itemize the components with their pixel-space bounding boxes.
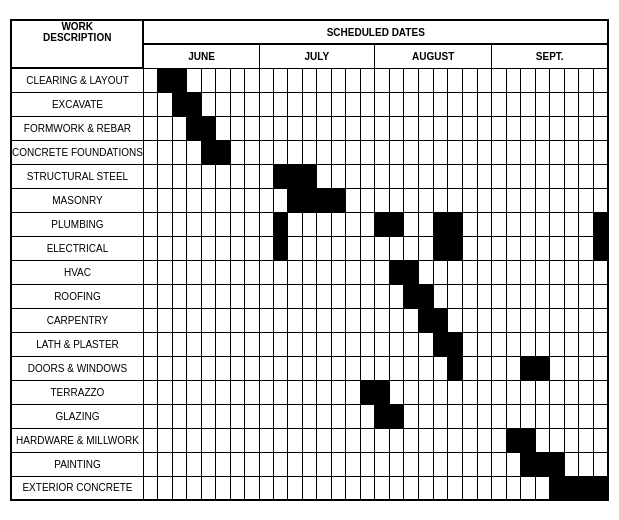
grid-cell bbox=[419, 164, 434, 188]
grid-cell bbox=[230, 356, 244, 380]
grid-cell bbox=[579, 140, 593, 164]
grid-cell bbox=[477, 92, 492, 116]
grid-cell bbox=[389, 476, 404, 500]
work-desc-cell: FORMWORK & REBAR bbox=[11, 116, 143, 140]
grid-cell bbox=[302, 236, 316, 260]
grid-cell bbox=[593, 284, 608, 308]
grid-cell bbox=[346, 140, 360, 164]
grid-cell bbox=[448, 308, 463, 332]
work-desc-cell: TERRAZZO bbox=[11, 380, 143, 404]
grid-cell bbox=[389, 332, 404, 356]
grid-cell bbox=[245, 92, 259, 116]
grid-cell bbox=[550, 68, 564, 92]
grid-cell bbox=[172, 284, 186, 308]
grid-cell bbox=[360, 212, 374, 236]
grid-cell bbox=[535, 236, 549, 260]
grid-cell bbox=[419, 284, 434, 308]
grid-cell bbox=[317, 428, 331, 452]
grid-cell bbox=[274, 476, 288, 500]
grid-cell bbox=[374, 164, 389, 188]
grid-cell bbox=[579, 164, 593, 188]
grid-cell bbox=[463, 236, 478, 260]
grid-cell bbox=[463, 332, 478, 356]
grid-cell bbox=[389, 356, 404, 380]
grid-cell bbox=[172, 236, 186, 260]
grid-cell bbox=[579, 212, 593, 236]
grid-cell bbox=[419, 428, 434, 452]
grid-cell bbox=[346, 476, 360, 500]
grid-cell bbox=[346, 452, 360, 476]
grid-cell bbox=[302, 116, 316, 140]
grid-cell bbox=[259, 476, 273, 500]
work-desc-cell: PAINTING bbox=[11, 452, 143, 476]
grid-cell bbox=[230, 188, 244, 212]
grid-cell bbox=[550, 92, 564, 116]
grid-cell bbox=[331, 92, 345, 116]
grid-cell bbox=[331, 260, 345, 284]
grid-cell bbox=[448, 68, 463, 92]
grid-cell bbox=[535, 452, 549, 476]
grid-cell bbox=[550, 116, 564, 140]
grid-cell bbox=[506, 212, 520, 236]
grid-cell bbox=[389, 116, 404, 140]
grid-cell bbox=[245, 116, 259, 140]
grid-cell bbox=[360, 236, 374, 260]
grid-cell bbox=[506, 140, 520, 164]
grid-cell bbox=[463, 284, 478, 308]
grid-cell bbox=[158, 476, 172, 500]
grid-cell bbox=[448, 260, 463, 284]
grid-cell bbox=[419, 116, 434, 140]
grid-cell bbox=[433, 332, 448, 356]
grid-cell bbox=[317, 476, 331, 500]
grid-cell bbox=[448, 164, 463, 188]
grid-cell bbox=[259, 188, 273, 212]
grid-cell bbox=[259, 308, 273, 332]
grid-cell bbox=[302, 284, 316, 308]
grid-cell bbox=[433, 284, 448, 308]
grid-cell bbox=[389, 308, 404, 332]
grid-cell bbox=[360, 356, 374, 380]
grid-cell bbox=[346, 260, 360, 284]
grid-cell bbox=[477, 116, 492, 140]
grid-cell bbox=[521, 92, 535, 116]
grid-cell bbox=[593, 476, 608, 500]
grid-cell bbox=[201, 140, 215, 164]
grid-cell bbox=[230, 212, 244, 236]
grid-cell bbox=[535, 404, 549, 428]
grid-cell bbox=[331, 68, 345, 92]
grid-cell bbox=[230, 92, 244, 116]
grid-cell bbox=[172, 68, 186, 92]
work-desc-cell: LATH & PLASTER bbox=[11, 332, 143, 356]
grid-cell bbox=[433, 356, 448, 380]
grid-cell bbox=[288, 284, 302, 308]
grid-cell bbox=[245, 284, 259, 308]
grid-cell bbox=[492, 212, 506, 236]
table-row: PLUMBING bbox=[11, 212, 608, 236]
grid-cell bbox=[506, 164, 520, 188]
grid-cell bbox=[448, 380, 463, 404]
grid-cell bbox=[433, 428, 448, 452]
grid-cell bbox=[274, 164, 288, 188]
grid-cell bbox=[216, 404, 230, 428]
grid-cell bbox=[477, 236, 492, 260]
grid-cell bbox=[419, 236, 434, 260]
grid-cell bbox=[230, 68, 244, 92]
work-desc-cell: CLEARING & LAYOUT bbox=[11, 68, 143, 92]
grid-cell bbox=[492, 332, 506, 356]
grid-cell bbox=[259, 380, 273, 404]
grid-cell bbox=[302, 260, 316, 284]
grid-cell bbox=[389, 380, 404, 404]
grid-cell bbox=[360, 332, 374, 356]
grid-cell bbox=[317, 92, 331, 116]
grid-cell bbox=[360, 428, 374, 452]
grid-cell bbox=[187, 116, 201, 140]
grid-cell bbox=[419, 92, 434, 116]
grid-cell bbox=[172, 116, 186, 140]
grid-cell bbox=[302, 188, 316, 212]
grid-cell bbox=[448, 452, 463, 476]
grid-cell bbox=[404, 164, 419, 188]
grid-cell bbox=[564, 92, 578, 116]
grid-cell bbox=[579, 116, 593, 140]
grid-cell bbox=[360, 380, 374, 404]
grid-cell bbox=[317, 404, 331, 428]
